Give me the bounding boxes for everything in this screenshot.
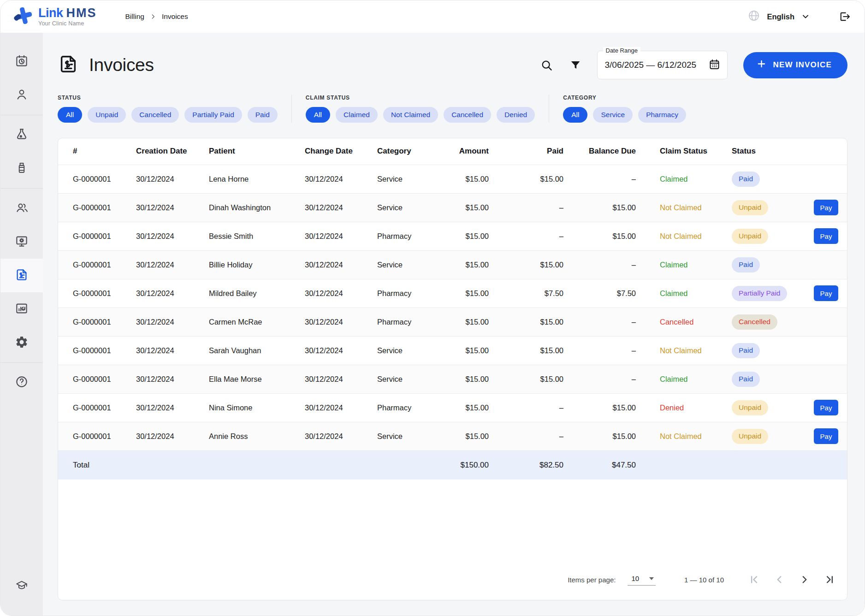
previous-page-icon[interactable] — [773, 574, 785, 586]
cell-change-date: 30/12/2024 — [305, 308, 377, 336]
cell-category: Pharmacy — [377, 308, 435, 336]
language-chevron-down-icon[interactable] — [801, 12, 810, 21]
filter-chip-all[interactable]: All — [58, 107, 82, 123]
filter-chip-pharmacy[interactable]: Pharmacy — [638, 107, 686, 123]
filter-chip-all[interactable]: All — [306, 107, 330, 123]
filter-chip-partially-paid[interactable]: Partially Paid — [184, 107, 242, 123]
cell-claim-status: Claimed — [636, 165, 732, 193]
filter-chip-claimed[interactable]: Claimed — [336, 107, 378, 123]
cell-claim-status: Not Claimed — [636, 222, 732, 250]
table-row[interactable]: G-0000001 30/12/2024 Annie Ross 30/12/20… — [58, 422, 847, 450]
filter-chip-paid[interactable]: Paid — [248, 107, 278, 123]
filter-chip-cancelled[interactable]: Cancelled — [131, 107, 179, 123]
cell-claim-status: Not Claimed — [636, 193, 732, 222]
cell-id: G-0000001 — [58, 336, 136, 365]
cell-change-date: 30/12/2024 — [305, 250, 377, 279]
cell-amount: $15.00 — [435, 279, 489, 308]
search-icon[interactable] — [540, 59, 553, 71]
pay-button[interactable]: Pay — [814, 428, 838, 444]
sidebar-item-patients[interactable] — [0, 78, 43, 112]
cell-balance-due: $7.50 — [563, 279, 636, 308]
table-row[interactable]: G-0000001 30/12/2024 Bessie Smith 30/12/… — [58, 222, 847, 250]
cell-patient: Ella Mae Morse — [209, 365, 305, 393]
app-logo[interactable]: Link HMS Your Clinic Name — [13, 6, 97, 28]
col-balance-due: Balance Due — [563, 138, 636, 165]
pay-button[interactable]: Pay — [814, 285, 838, 301]
cell-paid: $15.00 — [489, 365, 563, 393]
items-per-page-select[interactable]: 10 — [628, 574, 656, 586]
table-row[interactable]: G-0000001 30/12/2024 Dinah Washington 30… — [58, 193, 847, 222]
logout-icon[interactable] — [839, 11, 851, 23]
filter-group-status: STATUS AllUnpaidCancelledPartially PaidP… — [58, 95, 291, 123]
cell-claim-status: Claimed — [636, 250, 732, 279]
cell-paid: $7.50 — [489, 279, 563, 308]
status-badge: Paid — [732, 343, 760, 358]
cell-id: G-0000001 — [58, 222, 136, 250]
table-row[interactable]: G-0000001 30/12/2024 Mildred Bailey 30/1… — [58, 279, 847, 308]
sidebar-item-help[interactable] — [0, 366, 43, 399]
col-creation-date: Creation Date — [136, 138, 209, 165]
filter-chip-not-claimed[interactable]: Not Claimed — [383, 107, 438, 123]
status-badge: Unpaid — [732, 400, 768, 415]
breadcrumb-invoices[interactable]: Invoices — [162, 12, 188, 21]
sidebar-item-education[interactable] — [0, 569, 43, 603]
first-page-icon[interactable] — [748, 574, 760, 586]
total-row: Total $150.00 $82.50 $47.50 — [58, 450, 847, 480]
filter-label-status: STATUS — [58, 95, 278, 101]
cell-category: Service — [377, 336, 435, 365]
cell-patient: Sarah Vaughan — [209, 336, 305, 365]
filter-chip-cancelled[interactable]: Cancelled — [444, 107, 491, 123]
table-row[interactable]: G-0000001 30/12/2024 Sarah Vaughan 30/12… — [58, 336, 847, 365]
language-selector[interactable]: English — [767, 12, 794, 21]
sidebar-item-schedule[interactable] — [0, 45, 43, 78]
table-row[interactable]: G-0000001 30/12/2024 Lena Horne 30/12/20… — [58, 165, 847, 193]
col-paid: Paid — [489, 138, 563, 165]
date-range-label: Date Range — [603, 47, 640, 54]
sidebar-item-pharmacy[interactable] — [0, 152, 43, 185]
table-row[interactable]: G-0000001 30/12/2024 Carmen McRae 30/12/… — [58, 308, 847, 336]
gear-icon — [15, 335, 29, 351]
table-row[interactable]: G-0000001 30/12/2024 Billie Holiday 30/1… — [58, 250, 847, 279]
filter-chip-unpaid[interactable]: Unpaid — [88, 107, 126, 123]
filter-chip-denied[interactable]: Denied — [497, 107, 535, 123]
sidebar-item-laboratory[interactable] — [0, 118, 43, 152]
pay-button[interactable]: Pay — [814, 400, 838, 415]
sidebar-item-reports[interactable] — [0, 292, 43, 326]
cell-creation-date: 30/12/2024 — [136, 422, 209, 450]
table-row[interactable]: G-0000001 30/12/2024 Nina Simone 30/12/2… — [58, 393, 847, 422]
sidebar-item-settings[interactable] — [0, 326, 43, 360]
sidebar-divider — [0, 362, 43, 363]
next-page-icon[interactable] — [799, 574, 811, 586]
sidebar-item-workstation[interactable] — [0, 225, 43, 259]
logo-tagline: Your Clinic Name — [38, 21, 97, 27]
sidebar-item-billing-active[interactable] — [0, 259, 43, 292]
last-page-icon[interactable] — [824, 574, 836, 586]
col-patient: Patient — [209, 138, 305, 165]
sidebar-item-staff[interactable] — [0, 191, 43, 225]
cell-claim-status: Cancelled — [636, 308, 732, 336]
filter-chip-all[interactable]: All — [563, 107, 587, 123]
graduation-cap-icon — [15, 579, 28, 593]
sidebar-divider — [0, 115, 43, 115]
filter-chip-service[interactable]: Service — [593, 107, 633, 123]
cell-creation-date: 30/12/2024 — [136, 279, 209, 308]
cell-claim-status: Not Claimed — [636, 422, 732, 450]
cell-amount: $15.00 — [435, 422, 489, 450]
cell-paid: – — [489, 422, 563, 450]
breadcrumb-billing[interactable]: Billing — [125, 12, 144, 21]
cell-claim-status: Not Claimed — [636, 336, 732, 365]
cell-change-date: 30/12/2024 — [305, 165, 377, 193]
invoice-table-body: G-0000001 30/12/2024 Lena Horne 30/12/20… — [58, 165, 847, 450]
calendar-icon[interactable] — [708, 58, 721, 72]
cell-paid: – — [489, 222, 563, 250]
cell-patient: Lena Horne — [209, 165, 305, 193]
cell-paid: $15.00 — [489, 250, 563, 279]
table-row[interactable]: G-0000001 30/12/2024 Ella Mae Morse 30/1… — [58, 365, 847, 393]
pay-button[interactable]: Pay — [814, 228, 838, 244]
new-invoice-button[interactable]: NEW INVOICE — [743, 52, 848, 78]
filter-icon[interactable] — [569, 59, 581, 71]
pay-button[interactable]: Pay — [814, 200, 838, 215]
cell-category: Service — [377, 365, 435, 393]
date-range-field[interactable]: Date Range 3/06/2025 — 6/12/2025 — [597, 51, 728, 79]
cell-patient: Dinah Washington — [209, 193, 305, 222]
